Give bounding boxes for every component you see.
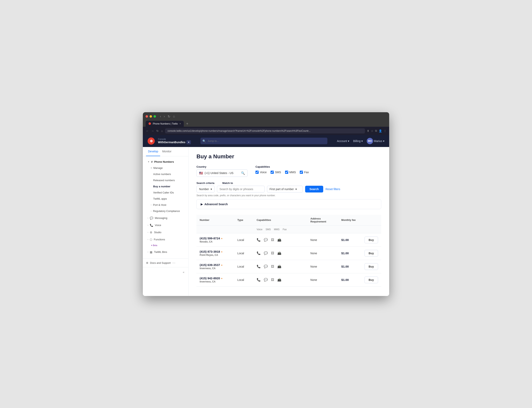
sidebar-item-released-numbers[interactable]: Released numbers xyxy=(144,177,187,183)
tab-label: Phone Numbers | Twilio xyxy=(153,122,178,125)
sub-fax-label: Fax xyxy=(283,228,287,231)
account-nav-arrow: ▾ xyxy=(348,139,349,143)
cap-fax-checkbox[interactable] xyxy=(300,171,303,174)
forward-button[interactable]: › xyxy=(163,114,166,119)
buy-button-2[interactable]: Buy xyxy=(364,263,378,270)
manage-label: Manage xyxy=(153,166,163,170)
sidebar-item-functions[interactable]: › ⬡ Functions xyxy=(144,236,187,243)
sidebar-item-active-numbers[interactable]: Active numbers xyxy=(144,171,187,177)
criteria-dropdown[interactable]: Number ▾ xyxy=(196,186,215,193)
extensions-icon[interactable]: ⧉ xyxy=(375,129,377,133)
tab-close-icon[interactable]: ✕ xyxy=(179,123,181,125)
cap-fax-item[interactable]: Fax xyxy=(300,171,309,174)
bookmark-icon[interactable]: ☆ xyxy=(371,129,373,133)
buy-button-0[interactable]: Buy xyxy=(364,237,378,243)
studio-section: › ⚙ Studio xyxy=(143,229,188,236)
addr-home-button[interactable]: ⌂ xyxy=(161,129,163,133)
search-button[interactable]: Search xyxy=(305,186,323,193)
address-nav: ← → ↻ ⌂ xyxy=(146,129,163,133)
reload-button[interactable]: ↻ xyxy=(167,114,171,119)
buy-button-1[interactable]: Buy xyxy=(364,250,378,257)
account-dropdown-button[interactable]: ▾ xyxy=(186,140,191,144)
advanced-search-section[interactable]: ▶ Advanced Search xyxy=(196,199,381,209)
sidebar-item-twiml-bins[interactable]: › ▦ TwiML Bins xyxy=(144,249,187,255)
capabilities-checkboxes: Voice SMS MMS Fax xyxy=(255,171,309,174)
tab-monitor[interactable]: Monitor xyxy=(160,147,173,156)
cap-voice-checkbox[interactable] xyxy=(255,171,259,174)
sidebar-footer[interactable]: ⊕ Docs and Support ⋯ xyxy=(143,258,188,267)
account-nav-button[interactable]: Account ▾ xyxy=(337,139,349,143)
jump-to-input[interactable] xyxy=(201,138,327,144)
active-tab[interactable]: 🔴 Phone Numbers | Twilio ✕ xyxy=(146,121,184,127)
cap-sms-checkbox[interactable] xyxy=(270,171,274,174)
table-header-row: Number Type Capabilities Address Require… xyxy=(196,215,381,226)
country-search-icon[interactable]: 🔍 xyxy=(241,171,245,175)
address-input[interactable] xyxy=(165,128,365,134)
sidebar-item-twiml-apps[interactable]: TwiML apps xyxy=(144,196,187,202)
new-tab-button[interactable]: + xyxy=(185,121,190,127)
address-actions: ⬆ ☆ ⧉ 👤 ⋮ xyxy=(367,129,386,133)
tab-develop[interactable]: Develop xyxy=(146,147,160,156)
user-menu[interactable]: MO Marius ▾ xyxy=(367,138,384,144)
voice-cap-icon-3: 📞 xyxy=(257,278,261,282)
home-button[interactable]: ⌂ xyxy=(172,114,176,119)
match-dropdown[interactable]: First part of number ▾ xyxy=(267,186,303,193)
sidebar-item-voice[interactable]: › 📞 Voice xyxy=(144,222,187,229)
country-select[interactable]: 🇺🇸 🔍 xyxy=(196,170,247,177)
buy-button-3[interactable]: Buy xyxy=(364,277,378,283)
cap-mms-checkbox[interactable] xyxy=(285,171,288,174)
regulatory-label: Regulatory Compliance xyxy=(153,210,180,212)
sms-cap-icon-2: 💬 xyxy=(264,264,268,268)
number-search-input[interactable] xyxy=(217,186,265,193)
cell-capabilities-3: 📞 💬 🖼 📠 xyxy=(253,273,307,286)
sidebar-item-port-host[interactable]: › Port & Host xyxy=(144,202,187,208)
docs-more-icon[interactable]: ⋯ xyxy=(172,261,175,265)
reset-filters-button[interactable]: Reset filters xyxy=(326,187,340,191)
sidebar-item-phone-numbers[interactable]: ▼ # Phone Numbers xyxy=(144,159,187,165)
sidebar-item-verified-caller-ids[interactable]: Verified Caller IDs xyxy=(144,189,187,196)
addr-forward-button[interactable]: → xyxy=(151,129,154,133)
verified-caller-ids-label: Verified Caller IDs xyxy=(153,191,174,194)
messaging-section: › 💬 Messaging xyxy=(143,215,188,221)
sidebar-item-buy-number[interactable]: Buy a number xyxy=(144,183,187,189)
cap-icons-row-2: 📞 💬 🖼 📠 xyxy=(257,264,304,268)
cell-action-0: Buy xyxy=(361,233,381,246)
user-name: Marius xyxy=(374,139,382,143)
cap-sms-item[interactable]: SMS xyxy=(270,171,281,174)
avatar: MO xyxy=(367,138,373,144)
fax-cap-icon-0: 📠 xyxy=(277,238,281,242)
account-switcher[interactable]: WithGermanBundles ▾ xyxy=(158,140,191,144)
sms-cap-icon-3: 💬 xyxy=(264,278,268,282)
cap-mms-item[interactable]: MMS xyxy=(285,171,296,174)
sidebar-item-studio[interactable]: › ⚙ Studio xyxy=(144,229,187,236)
col-type-header: Type xyxy=(234,215,253,226)
sidebar-item-regulatory[interactable]: › Regulatory Compliance xyxy=(144,208,187,214)
number-cell-0: (415) 599-8724 ▲ Novato, CA xyxy=(200,237,231,243)
maximize-dot[interactable] xyxy=(153,115,156,118)
close-dot[interactable] xyxy=(146,115,148,118)
minimize-dot[interactable] xyxy=(150,115,152,118)
back-button[interactable]: ‹ xyxy=(159,114,162,119)
messaging-expand-icon: › xyxy=(148,217,148,219)
table-row: (415) 873-3918 ▲ Point Reyes, CA Local 📞… xyxy=(196,246,381,260)
billing-nav-label: Billing xyxy=(353,139,361,143)
mms-cap-icon-3: 🖼 xyxy=(271,278,274,282)
billing-nav-arrow: ▾ xyxy=(361,139,363,143)
cap-voice-item[interactable]: Voice xyxy=(255,171,267,174)
share-icon[interactable]: ⬆ xyxy=(367,129,369,133)
console-label: Console xyxy=(158,138,191,140)
menu-icon[interactable]: ⋮ xyxy=(384,129,386,133)
match-option: First part of number xyxy=(270,187,294,191)
results-tbody: (415) 599-8724 ▲ Novato, CA Local 📞 💬 🖼 … xyxy=(196,233,381,286)
number-arrow-0: ▲ xyxy=(221,237,223,239)
sidebar-item-manage[interactable]: ▾ Manage xyxy=(144,165,187,171)
voice-expand-icon: › xyxy=(148,224,148,226)
number-main-0: (415) 599-8724 ▲ xyxy=(200,237,231,240)
country-input[interactable] xyxy=(205,171,239,175)
addr-back-button[interactable]: ← xyxy=(146,129,149,133)
sidebar-collapse-button[interactable]: « xyxy=(181,269,186,275)
billing-nav-button[interactable]: Billing ▾ xyxy=(353,139,363,143)
sidebar-item-messaging[interactable]: › 💬 Messaging xyxy=(144,215,187,221)
profile-icon[interactable]: 👤 xyxy=(379,129,382,133)
addr-reload-button[interactable]: ↻ xyxy=(156,129,159,133)
